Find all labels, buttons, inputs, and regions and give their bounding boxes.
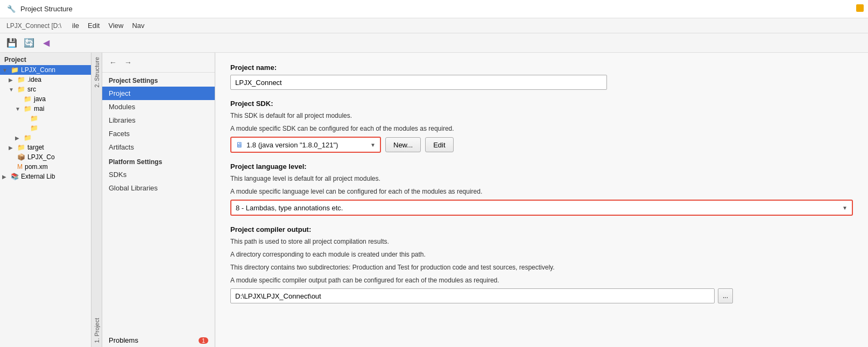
tree-label-ext: External Lib [21, 173, 55, 180]
tree-label-java: java [34, 95, 46, 103]
nav-item-global-libraries[interactable]: Global Libraries [102, 181, 215, 195]
tree-item[interactable]: ▶ 📚 External Lib [0, 172, 91, 181]
project-lang-desc2: A module specific language level can be … [230, 187, 853, 196]
tree-item[interactable]: M pom.xm [0, 162, 91, 172]
back-nav-button[interactable]: ← [107, 56, 119, 69]
project-lang-desc1: This language level is default for all p… [230, 174, 853, 183]
project-lang-label: Project language level: [230, 162, 853, 171]
sdk-dropdown-arrow-icon: ▼ [370, 142, 376, 148]
tree-item[interactable]: 📁 [0, 123, 91, 133]
tree-icon-src: 📁 [17, 86, 25, 93]
sdk-row: 🖥 1.8 (java version "1.8.0_121") ▼ New..… [230, 137, 853, 153]
project-name-input[interactable] [230, 75, 607, 90]
tree-icon-pom: M [17, 163, 23, 171]
project-lang-group: Project language level: This language le… [230, 162, 853, 216]
project-output-desc3: This directory contains two subdirectori… [230, 263, 853, 272]
sdk-value: 1.8 (java version "1.8.0_121") [246, 141, 367, 149]
tree-icon-sub3: 📁 [24, 134, 32, 141]
tree-icon-jar: 📦 [17, 153, 25, 161]
tree-arrow-mai: ▼ [15, 106, 22, 112]
nav-item-libraries[interactable]: Libraries [102, 114, 215, 127]
lang-dropdown[interactable]: 8 - Lambdas, type annotations etc. ▼ [230, 200, 853, 216]
nav-item-sdks[interactable]: SDKs [102, 168, 215, 181]
tree-label-mai: mai [34, 105, 44, 112]
project-sdk-desc2: A module specific SDK can be configured … [230, 124, 853, 133]
tree-icon-idea: 📁 [17, 76, 25, 83]
tree-arrow-idea: ▶ [9, 77, 15, 83]
structure-strip-label[interactable]: 2. Structure [93, 55, 101, 90]
project-sdk-desc1: This SDK is default for all project modu… [230, 111, 853, 121]
tree-root-label: LPJX_Conn [21, 66, 55, 74]
sdk-dropdown[interactable]: 🖥 1.8 (java version "1.8.0_121") ▼ [230, 137, 381, 153]
tree-item[interactable]: ▼ 📁 src [0, 84, 91, 94]
menu-edit[interactable]: Edit [83, 19, 104, 32]
project-name-label: Project name: [230, 63, 853, 72]
menu-nav[interactable]: Nav [128, 19, 149, 32]
menu-view[interactable]: View [104, 19, 128, 32]
content-area: Project name: Project SDK: This SDK is d… [215, 53, 868, 347]
nav-item-project[interactable]: Project [102, 87, 215, 100]
tree-label-target: target [27, 144, 44, 151]
sdk-folder-icon: 🖥 [236, 140, 243, 149]
project-output-label: Project compiler output: [230, 225, 853, 233]
save-button[interactable]: 💾 [4, 36, 19, 51]
problems-badge: 1 [199, 337, 208, 344]
problems-label: Problems [109, 336, 138, 344]
lang-value: 8 - Lambdas, type annotations etc. [236, 204, 839, 212]
tree-icon-target: 📁 [17, 144, 25, 151]
tree-item[interactable]: 📁 java [0, 94, 91, 104]
menu-title: LPJX_Connect [D:\ [2, 20, 66, 32]
tree-arrow-sub1 [22, 116, 28, 122]
menu-file[interactable]: ile [68, 19, 83, 32]
tree-arrow-target: ▶ [9, 145, 15, 151]
tree-item[interactable]: 📁 [0, 114, 91, 123]
tree-arrow-sub2 [22, 125, 28, 131]
tree-item[interactable]: 📦 LPJX_Co [0, 152, 91, 162]
ide-project-panel: Project ▼ 📁 LPJX_Conn ▶ 📁 .idea ▼ 📁 src … [0, 53, 91, 347]
navigation-panel: ← → Project Settings Project Modules Lib… [102, 53, 215, 347]
minimize-button[interactable] [856, 4, 864, 12]
project-sdk-group: Project SDK: This SDK is default for all… [230, 100, 853, 153]
output-path-input[interactable] [230, 288, 715, 303]
menu-bar: LPJX_Connect [D:\ ile Edit View Nav [0, 18, 868, 33]
project-output-desc4: A module specific compiler output path c… [230, 275, 853, 285]
nav-item-facets[interactable]: Facets [102, 127, 215, 140]
dialog-icon: 🔧 [6, 4, 16, 14]
lang-dropdown-arrow-icon: ▼ [842, 205, 848, 211]
forward-nav-button[interactable]: → [122, 56, 135, 69]
tree-root-arrow: ▼ [2, 67, 9, 73]
tree-item[interactable]: ▶ 📁 [0, 133, 91, 143]
project-output-desc2: A directory corresponding to each module… [230, 250, 853, 259]
back-button[interactable]: ◀ [39, 36, 54, 51]
tree-label-src: src [27, 86, 36, 93]
tree-item[interactable]: ▶ 📁 target [0, 143, 91, 152]
tree-icon-sub2: 📁 [30, 124, 38, 132]
project-output-group: Project compiler output: This path is us… [230, 225, 853, 303]
tree-arrow-jar [9, 154, 15, 160]
sdk-edit-button[interactable]: Edit [425, 137, 453, 152]
nav-item-artifacts[interactable]: Artifacts [102, 140, 215, 154]
tree-arrow-java [15, 96, 22, 102]
dialog-title-bar: 🔧 Project Structure [0, 0, 868, 18]
sdk-new-button[interactable]: New... [385, 137, 421, 152]
nav-item-modules[interactable]: Modules [102, 100, 215, 114]
tree-icon-ext: 📚 [11, 173, 19, 180]
project-tree[interactable]: ▼ 📁 LPJX_Conn ▶ 📁 .idea ▼ 📁 src 📁 java ▼ [0, 65, 91, 347]
nav-problems[interactable]: Problems 1 [102, 334, 215, 347]
tree-item[interactable]: ▶ 📁 .idea [0, 75, 91, 84]
project-name-group: Project name: [230, 63, 853, 90]
project-settings-header: Project Settings [102, 73, 215, 87]
tree-label-idea: .idea [27, 76, 41, 83]
tree-item[interactable]: ▼ 📁 mai [0, 104, 91, 114]
project-strip-label[interactable]: 1. Project [93, 316, 101, 345]
browse-button[interactable]: ... [718, 288, 733, 303]
tree-label-jar: LPJX_Co [27, 153, 55, 161]
tree-root[interactable]: ▼ 📁 LPJX_Conn [0, 65, 91, 75]
output-row: ... [230, 288, 853, 303]
ide-project-label: Project [4, 56, 26, 63]
sync-button[interactable]: 🔄 [22, 36, 37, 51]
project-sdk-label: Project SDK: [230, 100, 853, 108]
tree-arrow-pom [9, 164, 15, 170]
structure-strip: 2. Structure 1. Project [91, 53, 102, 347]
project-output-desc1: This path is used to store all project c… [230, 237, 853, 246]
